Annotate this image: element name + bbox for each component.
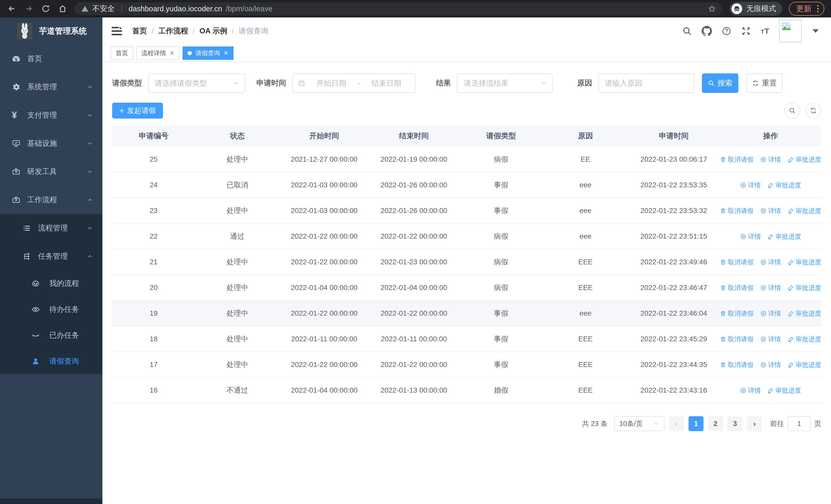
- tab-home[interactable]: 首页: [111, 47, 133, 60]
- bookmark-star-icon[interactable]: [708, 5, 716, 13]
- refresh-table-button[interactable]: [805, 102, 821, 119]
- search-button[interactable]: 搜索: [702, 73, 738, 93]
- detail-link[interactable]: 详情: [760, 309, 781, 318]
- end-date-input[interactable]: [363, 79, 410, 88]
- sidebar-item-done-tasks[interactable]: 已办任务: [0, 322, 103, 348]
- cell-leave-type: 病假: [459, 249, 543, 275]
- leave-type-select[interactable]: [148, 73, 245, 93]
- prev-page-button[interactable]: ‹: [669, 416, 684, 431]
- result-input[interactable]: [464, 79, 538, 88]
- leave-type-input[interactable]: [155, 79, 230, 88]
- url-bar[interactable]: 不安全 dashboard.yudao.iocoder.cn/bpm/oa/le…: [75, 2, 723, 15]
- search-icon[interactable]: [682, 26, 692, 36]
- detail-link[interactable]: 详情: [760, 284, 781, 292]
- start-date-input[interactable]: [308, 79, 355, 88]
- reset-button[interactable]: 重置: [747, 73, 782, 93]
- sidebar-item-process-mgmt[interactable]: 流程管理: [0, 214, 103, 242]
- sidebar-item-todo-tasks[interactable]: 待办任务: [0, 296, 103, 322]
- sidebar-item-devtools[interactable]: 研发工具: [0, 157, 103, 186]
- reload-icon[interactable]: [40, 4, 51, 14]
- sidebar-item-task-mgmt[interactable]: 任务管理: [0, 242, 103, 270]
- view-icon: [740, 387, 746, 394]
- tab-leave-query[interactable]: 请假查询✕: [182, 47, 233, 60]
- collapse-menu-icon[interactable]: [111, 26, 122, 36]
- font-size-icon[interactable]: TT: [761, 27, 769, 35]
- help-icon[interactable]: [722, 26, 732, 36]
- create-leave-button[interactable]: + 发起请假: [112, 102, 163, 119]
- approval-progress-link[interactable]: 审批进度: [787, 258, 821, 266]
- detail-link[interactable]: 详情: [760, 155, 781, 164]
- approval-progress-link[interactable]: 审批进度: [787, 335, 821, 343]
- result-select[interactable]: [457, 73, 552, 93]
- github-icon[interactable]: [701, 26, 712, 36]
- breadcrumb-item[interactable]: OA 示例: [199, 26, 227, 36]
- sidebar-item-infrastructure[interactable]: 基础设施: [0, 129, 103, 157]
- reason-input[interactable]: [605, 79, 688, 88]
- cell-reason: eee: [543, 198, 628, 224]
- toggle-search-button[interactable]: [784, 102, 800, 119]
- cancel-leave-link[interactable]: 取消请假: [720, 335, 753, 343]
- avatar[interactable]: [779, 20, 802, 42]
- forward-icon[interactable]: [24, 4, 34, 14]
- cancel-leave-link[interactable]: 取消请假: [720, 284, 753, 292]
- detail-link[interactable]: 详情: [760, 360, 781, 369]
- sidebar-item-workflow[interactable]: 工作流程: [0, 186, 103, 214]
- cancel-leave-link[interactable]: 取消请假: [720, 207, 753, 215]
- detail-link[interactable]: 详情: [760, 207, 781, 215]
- home-icon[interactable]: [57, 4, 68, 14]
- close-icon[interactable]: ✕: [170, 50, 174, 56]
- sidebar-collapse-bar[interactable]: [0, 498, 103, 504]
- tab-process-detail[interactable]: 流程详情✕: [136, 47, 179, 60]
- logo-avatar: [17, 23, 32, 39]
- update-button[interactable]: 更新: [789, 2, 824, 16]
- approval-progress-link[interactable]: 审批进度: [787, 360, 821, 369]
- sidebar-item-home[interactable]: 首页: [0, 45, 103, 73]
- table-header-row: 申请编号 状态 开始时间 结束时间 请假类型 原因 申请时间 操作: [112, 125, 821, 147]
- cell-leave-type: 事假: [459, 198, 543, 224]
- apply-time-range[interactable]: -: [292, 73, 416, 93]
- next-page-button[interactable]: ›: [747, 416, 762, 431]
- cell-apply-time: 2022-01-22 23:46:47: [628, 275, 720, 300]
- back-icon[interactable]: [7, 4, 17, 14]
- cell-reason: eee: [543, 224, 628, 249]
- breadcrumb-item[interactable]: 首页: [132, 26, 147, 36]
- cancel-leave-link[interactable]: 取消请假: [720, 258, 753, 266]
- chevron-down-icon: [540, 80, 547, 87]
- sidebar-item-payment[interactable]: ¥ 支付管理: [0, 101, 103, 129]
- sidebar-item-system[interactable]: 系统管理: [0, 73, 103, 101]
- page-size-select[interactable]: 10条/页: [614, 416, 664, 431]
- detail-link[interactable]: 详情: [740, 386, 761, 395]
- approval-progress-link[interactable]: 审批进度: [767, 232, 801, 241]
- cancel-leave-link[interactable]: 取消请假: [720, 360, 753, 369]
- cell-status: 处理中: [195, 249, 280, 275]
- page-button-2[interactable]: 2: [708, 416, 723, 431]
- sidebar-item-leave-query[interactable]: 请假查询: [0, 348, 103, 374]
- cancel-leave-link[interactable]: 取消请假: [720, 155, 753, 164]
- detail-link[interactable]: 详情: [760, 258, 781, 266]
- approval-progress-link[interactable]: 审批进度: [787, 155, 821, 164]
- page-button-1[interactable]: 1: [689, 416, 704, 431]
- approval-progress-link[interactable]: 审批进度: [767, 386, 801, 395]
- approval-progress-link[interactable]: 审批进度: [787, 309, 821, 318]
- approval-progress-link[interactable]: 审批进度: [787, 284, 821, 292]
- goto-page-input[interactable]: [787, 416, 811, 431]
- sidebar-item-my-process[interactable]: 我的流程: [0, 270, 103, 296]
- approval-progress-link[interactable]: 审批进度: [787, 207, 821, 215]
- detail-link[interactable]: 详情: [760, 335, 781, 343]
- reason-field[interactable]: [598, 73, 694, 93]
- avatar-dropdown-caret[interactable]: [812, 29, 819, 33]
- table-row: 22 通过 2022-01-22 00:00:00 2022-01-22 00:…: [112, 224, 821, 249]
- browser-menu-icon[interactable]: [817, 5, 819, 12]
- detail-link[interactable]: 详情: [740, 232, 761, 241]
- cancel-leave-link[interactable]: 取消请假: [720, 309, 753, 318]
- approval-progress-link[interactable]: 审批进度: [767, 181, 801, 189]
- trash-icon: [720, 285, 726, 291]
- security-label[interactable]: 不安全: [92, 4, 115, 14]
- cell-apply-time: 2022-01-23 00:06:17: [628, 147, 720, 172]
- breadcrumb-item[interactable]: 工作流程: [159, 26, 188, 36]
- detail-link[interactable]: 详情: [740, 181, 761, 189]
- fullscreen-icon[interactable]: [741, 26, 751, 36]
- page-button-3[interactable]: 3: [727, 416, 742, 431]
- eye-closed-icon: [31, 331, 43, 340]
- close-icon[interactable]: ✕: [224, 50, 228, 56]
